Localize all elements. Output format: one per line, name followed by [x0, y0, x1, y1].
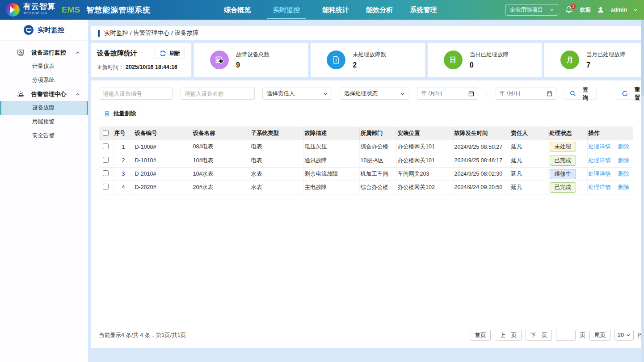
- nav-system-manage[interactable]: 系统管理: [409, 1, 438, 19]
- select-all-checkbox[interactable]: [103, 130, 109, 136]
- toolbar-row: 批量删除: [99, 108, 644, 119]
- col-header-subsystem: 子系统类型: [250, 126, 303, 140]
- row-checkbox[interactable]: [103, 143, 109, 149]
- sidebar-item-energy-warning[interactable]: 用能预警: [0, 115, 88, 129]
- cell-device-name: 08#电表: [192, 140, 250, 154]
- fault-summary-card: 设备故障统计 刷新 更新时间：2025/10/16 18:44:16: [91, 43, 191, 77]
- owner-select-value: 选择责任人: [267, 90, 295, 97]
- refresh-label: 刷新: [169, 50, 180, 57]
- cell-owner: 延凡: [510, 181, 548, 194]
- nav-overview[interactable]: 综合概览: [223, 1, 252, 19]
- stat-card-month-handled: 月 当月已处理故障 7: [544, 43, 644, 77]
- start-date-input[interactable]: 年 /月/日: [417, 88, 478, 100]
- refresh-button[interactable]: 刷新: [155, 48, 185, 59]
- cell-fault-desc: 剩余电流故障: [303, 167, 359, 181]
- chevron-down-icon: [323, 92, 328, 96]
- first-page-button[interactable]: 首页: [470, 330, 491, 341]
- sidebar-item-device-fault[interactable]: 设备故障: [0, 101, 88, 115]
- day-icon: 日: [444, 51, 463, 69]
- cell-no: 4: [113, 181, 134, 194]
- device-name-input[interactable]: [181, 88, 255, 100]
- nav-realtime-monitor[interactable]: 实时监控: [267, 1, 306, 19]
- user-menu-chevron-down-icon[interactable]: [633, 8, 638, 12]
- search-button[interactable]: 查询: [564, 88, 597, 100]
- project-select[interactable]: 企业用能项目: [505, 4, 558, 16]
- breadcrumb: 实时监控 / 告警管理中心 / 设备故障: [104, 29, 199, 37]
- col-header-status: 处理状态: [548, 126, 587, 140]
- last-page-button[interactable]: 尾页: [589, 330, 610, 341]
- username: admin: [610, 7, 627, 13]
- delete-link[interactable]: 删除: [618, 184, 629, 190]
- cell-device-name: 10#水表: [192, 167, 250, 181]
- delete-link[interactable]: 删除: [618, 143, 629, 150]
- row-checkbox[interactable]: [103, 157, 109, 163]
- cell-no: 3: [113, 167, 134, 181]
- detail-link[interactable]: 处理详情: [589, 143, 611, 150]
- status-select[interactable]: 选择处理状态: [340, 88, 409, 100]
- cell-owner: 延凡: [510, 140, 548, 154]
- col-header-department: 所属部门: [359, 126, 396, 140]
- page-number-input[interactable]: [556, 330, 576, 341]
- pagination-row: 当前显示4 条/共 4 条，第1页/共1页 首页 上一页 下一页 页 尾页 20…: [99, 330, 644, 342]
- user-area: 企业用能项目 2 欢迎 admin: [505, 4, 638, 16]
- delete-link[interactable]: 删除: [618, 171, 629, 177]
- update-time-value: 2025/10/16 18:44:16: [126, 64, 177, 70]
- batch-delete-button[interactable]: 批量删除: [99, 108, 141, 119]
- table-row: 3 D-2010# 10#水表 水表 剩余电流故障 机加工车间 车间网关203 …: [99, 167, 633, 181]
- chevron-up-icon: [76, 92, 80, 97]
- sidebar-item-safety-alarm[interactable]: 安全告警: [0, 129, 88, 143]
- cell-location: 办公楼网关102: [396, 181, 453, 194]
- monitor-icon: [17, 49, 25, 56]
- chevron-down-icon: [400, 92, 405, 96]
- cell-device-code: D-1008#: [134, 140, 192, 154]
- delete-link[interactable]: 删除: [618, 157, 629, 164]
- device-alert-icon: [210, 51, 229, 69]
- project-select-value: 企业用能项目: [509, 6, 543, 14]
- cell-subsystem: 水表: [250, 167, 303, 181]
- page-size-value: 20: [618, 332, 624, 338]
- stat-value: 0: [470, 61, 509, 69]
- page-size-select[interactable]: 20: [615, 330, 634, 341]
- menu-group-label: 告警管理中心: [31, 90, 69, 98]
- prev-page-button[interactable]: 上一页: [495, 330, 522, 341]
- owner-select[interactable]: 选择责任人: [262, 88, 332, 100]
- month-icon: 月: [560, 51, 579, 69]
- nav-energy-stats[interactable]: 能耗统计: [321, 1, 350, 19]
- scrollbar-thumb[interactable]: [641, 20, 644, 96]
- cell-location: 办公楼网关101: [396, 154, 453, 167]
- update-time-label: 更新时间：: [97, 64, 124, 70]
- stat-label: 当月已处理故障: [586, 51, 626, 59]
- reset-button[interactable]: 重置: [616, 88, 644, 100]
- calendar-icon: [468, 91, 474, 97]
- menu-group-alarm-center[interactable]: 告警管理中心: [0, 87, 88, 101]
- row-checkbox[interactable]: [103, 184, 109, 189]
- status-badge: 未处理: [550, 142, 577, 152]
- sidebar-item-meter-instruments[interactable]: 计量仪表: [0, 59, 88, 73]
- main-content: 实时监控 / 告警管理中心 / 设备故障 设备故障统计 刷新 更新时间：2025…: [88, 20, 644, 362]
- reset-icon: [622, 90, 628, 97]
- fault-table: 序号 设备编号 设备名称 子系统类型 故障描述 所属部门 安装位置 故障发生时间…: [99, 126, 633, 194]
- detail-link[interactable]: 处理详情: [589, 171, 611, 177]
- end-date-input[interactable]: 年 /月/日: [496, 88, 557, 100]
- update-time: 更新时间：2025/10/16 18:44:16: [97, 63, 185, 71]
- page-title: 智慧能源管理系统: [86, 5, 151, 15]
- sidebar-item-sub-systems[interactable]: 分项系统: [0, 73, 88, 87]
- scrollbar[interactable]: [641, 20, 644, 362]
- pager: 首页 上一页 下一页 页 尾页 20 行/页: [470, 330, 644, 341]
- cell-no: 2: [113, 154, 134, 167]
- nav-efficiency-analysis[interactable]: 能效分析: [365, 1, 394, 19]
- row-checkbox[interactable]: [103, 170, 109, 176]
- device-code-input[interactable]: [99, 88, 173, 100]
- stat-value: 2: [353, 61, 386, 69]
- main-nav: 综合概览 实时监控 能耗统计 能效分析 系统管理: [223, 1, 438, 19]
- fault-table-panel: 选择责任人 选择处理状态 年 /月/日 - 年 /月/日: [91, 80, 644, 348]
- cell-department: 机加工车间: [359, 167, 396, 181]
- date-range-separator: -: [486, 90, 488, 97]
- stats-row: 设备故障统计 刷新 更新时间：2025/10/16 18:44:16 故障设备总…: [91, 43, 644, 77]
- notification-bell-icon[interactable]: 2: [564, 5, 573, 14]
- date-placeholder: 年 /月/日: [421, 90, 442, 97]
- detail-link[interactable]: 处理详情: [589, 157, 611, 164]
- detail-link[interactable]: 处理详情: [589, 184, 611, 190]
- menu-group-device-monitor[interactable]: 设备运行监控: [0, 46, 88, 59]
- next-page-button[interactable]: 下一页: [526, 330, 552, 341]
